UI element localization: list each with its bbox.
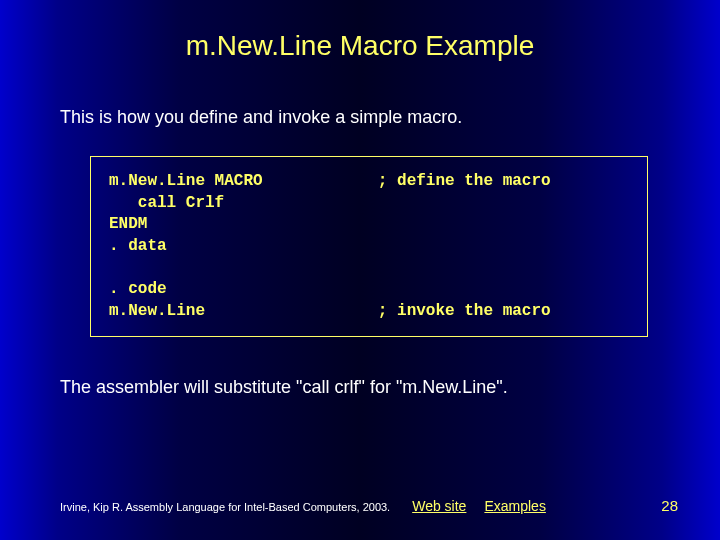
footer: Irvine, Kip R. Assembly Language for Int… bbox=[60, 497, 678, 514]
slide: m.New.Line Macro Example This is how you… bbox=[0, 0, 720, 540]
link-examples[interactable]: Examples bbox=[484, 498, 545, 514]
citation: Irvine, Kip R. Assembly Language for Int… bbox=[60, 501, 390, 513]
code-line: m.New.Line MACRO bbox=[109, 172, 263, 190]
code-line: ENDM bbox=[109, 215, 147, 233]
link-web-site[interactable]: Web site bbox=[412, 498, 466, 514]
code-line: . data bbox=[109, 237, 167, 255]
outro-text: The assembler will substitute "call crlf… bbox=[60, 377, 660, 398]
code-line: call Crlf bbox=[109, 194, 224, 212]
code-line: m.New.Line bbox=[109, 302, 205, 320]
intro-text: This is how you define and invoke a simp… bbox=[60, 107, 660, 128]
code-box: m.New.Line MACRO ; define the macro call… bbox=[90, 156, 648, 337]
code-comment: ; define the macro bbox=[378, 172, 551, 190]
slide-title: m.New.Line Macro Example bbox=[60, 30, 660, 62]
page-number: 28 bbox=[661, 497, 678, 514]
footer-links: Web siteExamples bbox=[412, 498, 564, 514]
code-line: . code bbox=[109, 280, 167, 298]
code-comment: ; invoke the macro bbox=[378, 302, 551, 320]
